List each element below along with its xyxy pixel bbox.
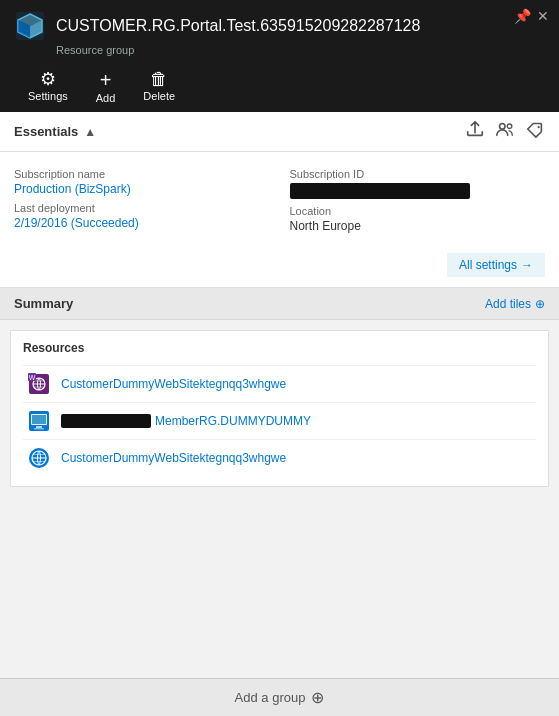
- header-subtitle: Resource group: [56, 44, 545, 56]
- essentials-title-row[interactable]: Essentials ▲: [14, 124, 96, 139]
- svg-point-7: [538, 126, 540, 128]
- settings-button[interactable]: ⚙ Settings: [14, 66, 82, 108]
- subscription-id-label: Subscription ID: [290, 168, 546, 180]
- add-tiles-icon: ⊕: [535, 297, 545, 311]
- location-label: Location: [290, 205, 546, 217]
- svg-point-5: [500, 124, 505, 129]
- cloud-upload-icon[interactable]: [465, 120, 485, 143]
- web-app-icon-2: [27, 446, 51, 470]
- tag-icon[interactable]: [525, 120, 545, 143]
- essentials-label: Essentials: [14, 124, 78, 139]
- resource-group-icon: [14, 10, 46, 42]
- add-button[interactable]: + Add: [82, 66, 130, 108]
- essentials-content: Subscription name Production (BizSpark) …: [0, 152, 559, 247]
- list-item[interactable]: W CustomerDummyWebSitektegnqq3whgwe: [23, 365, 536, 402]
- essentials-left: Subscription name Production (BizSpark) …: [14, 162, 270, 233]
- settings-label: Settings: [28, 90, 68, 102]
- delete-label: Delete: [143, 90, 175, 102]
- last-deployment-label: Last deployment: [14, 202, 270, 214]
- subscription-name-value[interactable]: Production (BizSpark): [14, 182, 270, 196]
- delete-button[interactable]: 🗑 Delete: [129, 66, 189, 108]
- vm-icon: [27, 409, 51, 433]
- toolbar: ⚙ Settings + Add 🗑 Delete: [14, 66, 545, 112]
- resources-section: Resources W CustomerDummyWebSitektegnqq3…: [10, 330, 549, 487]
- essentials-bar: Essentials ▲: [0, 112, 559, 152]
- add-tiles-button[interactable]: Add tiles ⊕: [485, 297, 545, 311]
- resources-title: Resources: [23, 341, 536, 355]
- add-icon: +: [100, 70, 112, 90]
- web-app-icon: W: [27, 372, 51, 396]
- users-icon[interactable]: [495, 120, 515, 143]
- summary-bar: Summary Add tiles ⊕: [0, 288, 559, 320]
- svg-text:W: W: [29, 374, 36, 381]
- close-icon[interactable]: ✕: [537, 8, 549, 24]
- subscription-id-value: [290, 183, 470, 199]
- summary-label: Summary: [14, 296, 73, 311]
- header: 📌 ✕ CUSTOMER.RG.Portal.Test.635915209282…: [0, 0, 559, 112]
- list-item[interactable]: CustomerDummyWebSitektegnqq3whgwe: [23, 439, 536, 476]
- header-title-row: CUSTOMER.RG.Portal.Test.6359152092822871…: [14, 10, 545, 42]
- settings-icon: ⚙: [40, 70, 56, 88]
- list-item[interactable]: MemberRG.DUMMYDUMMY: [23, 402, 536, 439]
- redacted-prefix: [61, 414, 151, 428]
- svg-rect-15: [32, 415, 46, 424]
- page-title: CUSTOMER.RG.Portal.Test.6359152092822871…: [56, 17, 420, 35]
- last-deployment-value[interactable]: 2/19/2016 (Succeeded): [14, 216, 270, 230]
- pin-icon[interactable]: 📌: [514, 8, 531, 24]
- add-label: Add: [96, 92, 116, 104]
- location-value: North Europe: [290, 219, 546, 233]
- svg-rect-17: [34, 428, 44, 430]
- all-settings-row: All settings →: [0, 247, 559, 288]
- add-tiles-label: Add tiles: [485, 297, 531, 311]
- all-settings-button[interactable]: All settings →: [447, 253, 545, 277]
- svg-point-6: [507, 124, 512, 129]
- svg-rect-16: [36, 426, 42, 428]
- add-group-bar[interactable]: Add a group ⊕: [0, 678, 559, 716]
- delete-icon: 🗑: [150, 70, 168, 88]
- add-group-label: Add a group ⊕: [235, 688, 325, 707]
- resource-name: MemberRG.DUMMYDUMMY: [61, 414, 311, 429]
- chevron-up-icon: ▲: [84, 125, 96, 139]
- add-group-icon: ⊕: [311, 688, 324, 707]
- all-settings-label: All settings: [459, 258, 517, 272]
- arrow-right-icon: →: [521, 258, 533, 272]
- essentials-action-icons: [465, 120, 545, 143]
- resource-name: CustomerDummyWebSitektegnqq3whgwe: [61, 451, 286, 465]
- essentials-right: Subscription ID Location North Europe: [290, 162, 546, 233]
- subscription-name-label: Subscription name: [14, 168, 270, 180]
- resource-name: CustomerDummyWebSitektegnqq3whgwe: [61, 377, 286, 391]
